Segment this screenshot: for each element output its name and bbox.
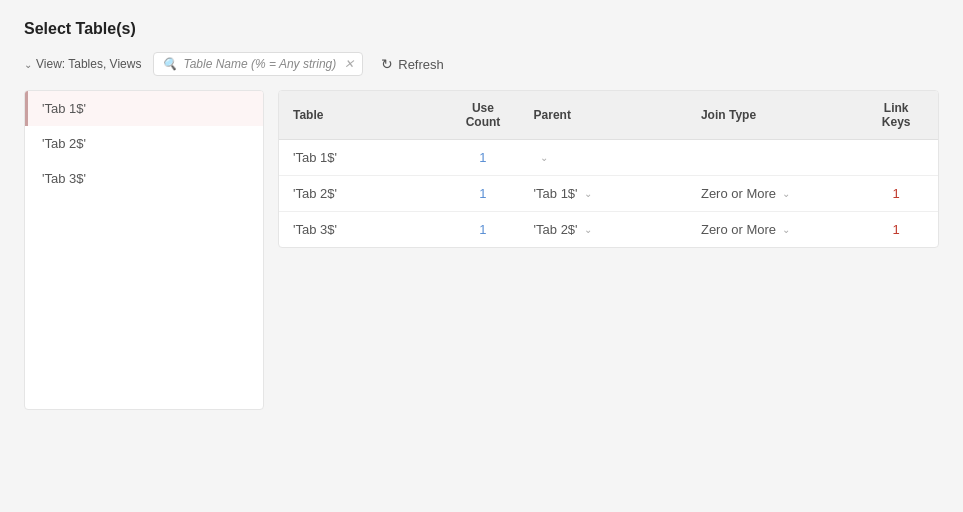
cell-table-name: 'Tab 2$' <box>279 176 446 212</box>
sidebar-item-tab2[interactable]: 'Tab 2$' <box>25 126 263 161</box>
sidebar: 'Tab 1$' 'Tab 2$' 'Tab 3$' <box>24 90 264 410</box>
col-use-count: UseCount <box>446 91 519 140</box>
filter-pill: 🔍 Table Name (% = Any string) ✕ <box>153 52 363 76</box>
cell-join-type <box>687 140 854 176</box>
table-row: 'Tab 1$' 1 ⌄ <box>279 140 938 176</box>
use-count-value: 1 <box>460 186 505 201</box>
col-join-type: Join Type <box>687 91 854 140</box>
col-link-keys: LinkKeys <box>854 91 938 140</box>
filter-close-icon[interactable]: ✕ <box>344 57 354 71</box>
cell-join-type: Zero or More ⌄ <box>687 176 854 212</box>
col-table: Table <box>279 91 446 140</box>
chevron-down-icon: ⌄ <box>24 59 32 70</box>
link-keys-value: 1 <box>868 186 924 201</box>
parent-chevron-icon[interactable]: ⌄ <box>540 152 548 163</box>
toolbar: ⌄ View: Tables, Views 🔍 Table Name (% = … <box>24 52 939 76</box>
cell-use-count: 1 <box>446 212 519 248</box>
cell-parent: 'Tab 1$' ⌄ <box>520 176 687 212</box>
join-type-value: Zero or More <box>701 222 776 237</box>
cell-parent: 'Tab 2$' ⌄ <box>520 212 687 248</box>
cell-link-keys: 1 <box>854 176 938 212</box>
sidebar-item-label: 'Tab 3$' <box>42 171 86 186</box>
table-row: 'Tab 2$' 1 'Tab 1$' ⌄ Zero or More ⌄ <box>279 176 938 212</box>
join-type-value: Zero or More <box>701 186 776 201</box>
cell-use-count: 1 <box>446 140 519 176</box>
join-type-chevron-icon[interactable]: ⌄ <box>782 188 790 199</box>
page-title: Select Table(s) <box>24 20 939 38</box>
data-table: Table UseCount Parent Join Type LinkKeys… <box>278 90 939 248</box>
refresh-label: Refresh <box>398 57 444 72</box>
use-count-value: 1 <box>460 150 505 165</box>
parent-value: 'Tab 2$' <box>534 222 578 237</box>
cell-link-keys <box>854 140 938 176</box>
cell-use-count: 1 <box>446 176 519 212</box>
filter-text: Table Name (% = Any string) <box>183 57 336 71</box>
use-count-value: 1 <box>460 222 505 237</box>
cell-table-name: 'Tab 1$' <box>279 140 446 176</box>
main-content: 'Tab 1$' 'Tab 2$' 'Tab 3$' Table UseCoun… <box>24 90 939 410</box>
col-parent: Parent <box>520 91 687 140</box>
cell-link-keys: 1 <box>854 212 938 248</box>
sidebar-item-label: 'Tab 2$' <box>42 136 86 151</box>
sidebar-item-tab3[interactable]: 'Tab 3$' <box>25 161 263 196</box>
table-row: 'Tab 3$' 1 'Tab 2$' ⌄ Zero or More ⌄ <box>279 212 938 248</box>
refresh-button[interactable]: ↻ Refresh <box>375 52 450 76</box>
parent-value: 'Tab 1$' <box>534 186 578 201</box>
view-toggle[interactable]: ⌄ View: Tables, Views <box>24 57 141 71</box>
cell-join-type: Zero or More ⌄ <box>687 212 854 248</box>
cell-table-name: 'Tab 3$' <box>279 212 446 248</box>
parent-chevron-icon[interactable]: ⌄ <box>584 224 592 235</box>
view-toggle-label: View: Tables, Views <box>36 57 141 71</box>
table-header-row: Table UseCount Parent Join Type LinkKeys <box>279 91 938 140</box>
cell-parent: ⌄ <box>520 140 687 176</box>
sidebar-item-label: 'Tab 1$' <box>42 101 86 116</box>
refresh-icon: ↻ <box>381 56 393 72</box>
join-type-chevron-icon[interactable]: ⌄ <box>782 224 790 235</box>
link-keys-value: 1 <box>868 222 924 237</box>
search-icon: 🔍 <box>162 57 177 71</box>
sidebar-item-tab1[interactable]: 'Tab 1$' <box>25 91 263 126</box>
parent-chevron-icon[interactable]: ⌄ <box>584 188 592 199</box>
